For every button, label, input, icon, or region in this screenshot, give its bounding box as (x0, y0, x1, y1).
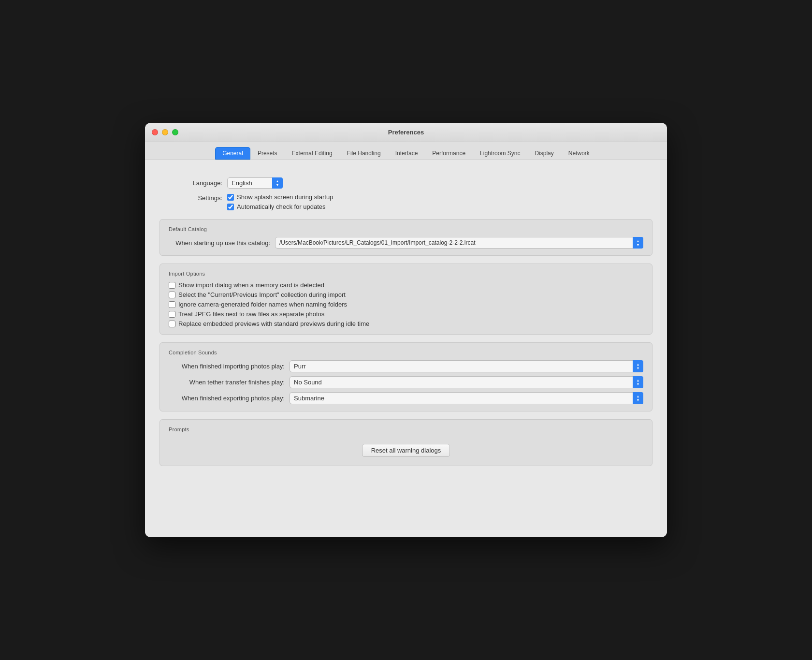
completion-label-1: When tether transfer finishes play: (169, 379, 285, 386)
settings-checkboxes: Show splash screen during startup Automa… (227, 193, 333, 210)
import-checkbox-0[interactable] (169, 282, 175, 289)
import-checkbox-1[interactable] (169, 292, 175, 298)
auto-update-row: Automatically check for updates (227, 203, 333, 210)
splash-screen-label[interactable]: Show splash screen during startup (237, 193, 333, 201)
completion-row-2: When finished exporting photos play: Sub… (169, 392, 643, 404)
window-title: Preferences (388, 129, 424, 136)
import-label-1[interactable]: Select the "Current/Previous Import" col… (178, 291, 346, 298)
import-label-4[interactable]: Replace embedded previews with standard … (178, 320, 369, 327)
tabs-bar: General Presets External Editing File Ha… (145, 142, 667, 160)
import-options-section: Import Options Show import dialog when a… (160, 264, 652, 335)
tab-lightroom-sync[interactable]: Lightroom Sync (473, 147, 527, 160)
completion-select-wrapper-2[interactable]: Submarine (290, 392, 643, 404)
content-area: Language: English Settings: Show splash … (145, 160, 667, 537)
title-bar: Preferences (145, 123, 667, 142)
import-checkbox-2[interactable] (169, 301, 175, 308)
tab-file-handling[interactable]: File Handling (340, 147, 388, 160)
completion-sounds-section: Completion Sounds When finished importin… (160, 342, 652, 411)
completion-select-2[interactable]: Submarine (290, 392, 643, 404)
language-select[interactable]: English (227, 177, 283, 189)
traffic-lights (152, 129, 178, 135)
preferences-window: Preferences General Presets External Edi… (145, 123, 667, 537)
catalog-row: When starting up use this catalog: /User… (169, 237, 643, 249)
close-button[interactable] (152, 129, 158, 135)
catalog-select-wrapper[interactable]: /Users/MacBook/Pictures/LR_Catalogs/01_I… (275, 237, 643, 249)
completion-row-1: When tether transfer finishes play: No S… (169, 376, 643, 388)
settings-row: Settings: Show splash screen during star… (160, 193, 652, 210)
prompts-section: Prompts Reset all warning dialogs (160, 419, 652, 466)
settings-label: Settings: (160, 193, 222, 202)
catalog-label: When starting up use this catalog: (169, 239, 270, 247)
tab-network[interactable]: Network (561, 147, 597, 160)
catalog-select[interactable]: /Users/MacBook/Pictures/LR_Catalogs/01_I… (275, 237, 643, 249)
completion-select-wrapper-0[interactable]: Purr (290, 360, 643, 372)
import-options-title: Import Options (169, 271, 643, 277)
default-catalog-title: Default Catalog (169, 226, 643, 232)
tab-display[interactable]: Display (527, 147, 561, 160)
import-option-0: Show import dialog when a memory card is… (169, 281, 643, 289)
minimize-button[interactable] (162, 129, 168, 135)
auto-update-checkbox[interactable] (227, 204, 234, 210)
prompts-content: Reset all warning dialogs (169, 437, 643, 459)
completion-label-2: When finished exporting photos play: (169, 395, 285, 402)
tab-performance[interactable]: Performance (425, 147, 473, 160)
tab-presets[interactable]: Presets (250, 147, 285, 160)
auto-update-label[interactable]: Automatically check for updates (237, 203, 326, 210)
language-label: Language: (160, 179, 222, 187)
import-options-checkboxes: Show import dialog when a memory card is… (169, 281, 643, 327)
fullscreen-button[interactable] (172, 129, 178, 135)
language-row: Language: English (160, 177, 652, 189)
import-option-1: Select the "Current/Previous Import" col… (169, 291, 643, 298)
import-option-2: Ignore camera-generated folder names whe… (169, 301, 643, 308)
import-option-4: Replace embedded previews with standard … (169, 320, 643, 327)
completion-label-0: When finished importing photos play: (169, 363, 285, 370)
prompts-title: Prompts (169, 426, 643, 432)
completion-row-0: When finished importing photos play: Pur… (169, 360, 643, 372)
reset-warning-dialogs-button[interactable]: Reset all warning dialogs (362, 444, 450, 457)
import-label-0[interactable]: Show import dialog when a memory card is… (178, 281, 324, 289)
completion-select-0[interactable]: Purr (290, 360, 643, 372)
import-option-3: Treat JPEG files next to raw files as se… (169, 310, 643, 318)
splash-screen-row: Show splash screen during startup (227, 193, 333, 201)
tab-interface[interactable]: Interface (388, 147, 425, 160)
splash-screen-checkbox[interactable] (227, 194, 234, 201)
language-select-wrapper[interactable]: English (227, 177, 283, 189)
import-label-2[interactable]: Ignore camera-generated folder names whe… (178, 301, 347, 308)
import-label-3[interactable]: Treat JPEG files next to raw files as se… (178, 310, 324, 318)
default-catalog-section: Default Catalog When starting up use thi… (160, 219, 652, 256)
completion-select-1[interactable]: No Sound (290, 376, 643, 388)
completion-select-wrapper-1[interactable]: No Sound (290, 376, 643, 388)
tab-external-editing[interactable]: External Editing (285, 147, 340, 160)
import-checkbox-3[interactable] (169, 311, 175, 318)
completion-sounds-title: Completion Sounds (169, 350, 643, 355)
import-checkbox-4[interactable] (169, 321, 175, 327)
tab-general[interactable]: General (215, 147, 250, 160)
